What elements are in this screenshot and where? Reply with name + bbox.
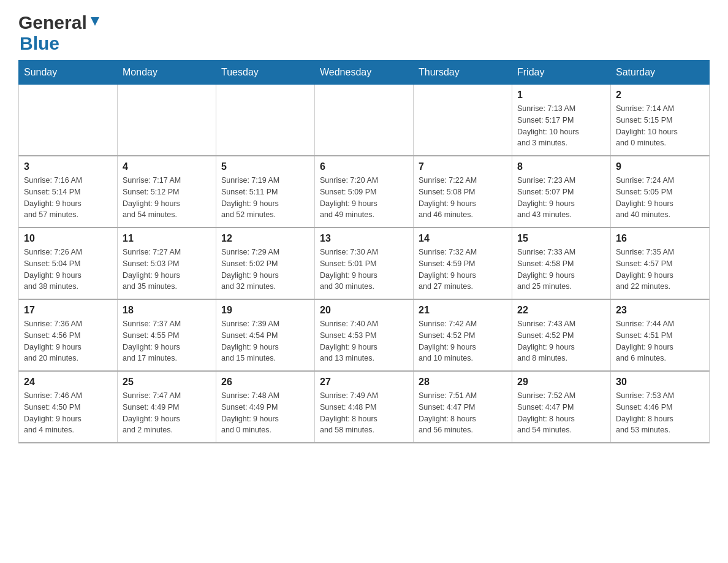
calendar-cell: 30Sunrise: 7:53 AM Sunset: 4:46 PM Dayli… [611, 371, 710, 443]
day-info: Sunrise: 7:27 AM Sunset: 5:03 PM Dayligh… [123, 247, 211, 293]
weekday-header-monday: Monday [118, 61, 216, 85]
logo-arrow-icon [88, 15, 102, 31]
calendar-cell: 7Sunrise: 7:22 AM Sunset: 5:08 PM Daylig… [414, 156, 512, 228]
weekday-header-sunday: Sunday [19, 61, 118, 85]
calendar-cell [216, 85, 315, 156]
calendar-cell [19, 85, 118, 156]
calendar-cell: 13Sunrise: 7:30 AM Sunset: 5:01 PM Dayli… [315, 228, 414, 299]
day-number: 14 [419, 233, 507, 244]
day-info: Sunrise: 7:26 AM Sunset: 5:04 PM Dayligh… [24, 247, 112, 293]
day-info: Sunrise: 7:37 AM Sunset: 4:55 PM Dayligh… [123, 318, 211, 364]
day-number: 23 [616, 305, 704, 316]
day-number: 16 [616, 233, 704, 244]
week-row-1: 3Sunrise: 7:16 AM Sunset: 5:14 PM Daylig… [19, 156, 710, 228]
day-info: Sunrise: 7:24 AM Sunset: 5:05 PM Dayligh… [616, 175, 704, 221]
calendar-cell: 26Sunrise: 7:48 AM Sunset: 4:49 PM Dayli… [216, 371, 315, 443]
day-info: Sunrise: 7:53 AM Sunset: 4:46 PM Dayligh… [616, 390, 704, 436]
day-number: 17 [24, 305, 112, 316]
day-number: 10 [24, 233, 112, 244]
day-info: Sunrise: 7:19 AM Sunset: 5:11 PM Dayligh… [221, 175, 309, 221]
day-info: Sunrise: 7:23 AM Sunset: 5:07 PM Dayligh… [517, 175, 605, 221]
calendar-cell: 8Sunrise: 7:23 AM Sunset: 5:07 PM Daylig… [512, 156, 611, 228]
day-number: 20 [320, 305, 408, 316]
day-info: Sunrise: 7:20 AM Sunset: 5:09 PM Dayligh… [320, 175, 408, 221]
day-info: Sunrise: 7:40 AM Sunset: 4:53 PM Dayligh… [320, 318, 408, 364]
day-number: 8 [517, 161, 605, 172]
day-info: Sunrise: 7:36 AM Sunset: 4:56 PM Dayligh… [24, 318, 112, 364]
calendar-cell: 16Sunrise: 7:35 AM Sunset: 4:57 PM Dayli… [611, 228, 710, 299]
calendar-cell [118, 85, 216, 156]
day-info: Sunrise: 7:44 AM Sunset: 4:51 PM Dayligh… [616, 318, 704, 364]
calendar-cell: 1Sunrise: 7:13 AM Sunset: 5:17 PM Daylig… [512, 85, 611, 156]
day-info: Sunrise: 7:29 AM Sunset: 5:02 PM Dayligh… [221, 247, 309, 293]
day-info: Sunrise: 7:16 AM Sunset: 5:14 PM Dayligh… [24, 175, 112, 221]
logo: General Blue [18, 12, 102, 54]
calendar-cell: 9Sunrise: 7:24 AM Sunset: 5:05 PM Daylig… [611, 156, 710, 228]
calendar-cell: 27Sunrise: 7:49 AM Sunset: 4:48 PM Dayli… [315, 371, 414, 443]
day-info: Sunrise: 7:32 AM Sunset: 4:59 PM Dayligh… [419, 247, 507, 293]
day-number: 13 [320, 233, 408, 244]
weekday-header-friday: Friday [512, 61, 611, 85]
day-number: 7 [419, 161, 507, 172]
day-info: Sunrise: 7:51 AM Sunset: 4:47 PM Dayligh… [419, 390, 507, 436]
day-info: Sunrise: 7:35 AM Sunset: 4:57 PM Dayligh… [616, 247, 704, 293]
day-number: 21 [419, 305, 507, 316]
weekday-header-tuesday: Tuesday [216, 61, 315, 85]
svg-marker-0 [91, 17, 99, 26]
day-number: 6 [320, 161, 408, 172]
day-info: Sunrise: 7:14 AM Sunset: 5:15 PM Dayligh… [616, 103, 704, 149]
day-info: Sunrise: 7:22 AM Sunset: 5:08 PM Dayligh… [419, 175, 507, 221]
calendar-cell: 4Sunrise: 7:17 AM Sunset: 5:12 PM Daylig… [118, 156, 216, 228]
day-number: 11 [123, 233, 211, 244]
week-row-0: 1Sunrise: 7:13 AM Sunset: 5:17 PM Daylig… [19, 85, 710, 156]
day-number: 1 [517, 90, 605, 101]
calendar-cell: 21Sunrise: 7:42 AM Sunset: 4:52 PM Dayli… [414, 299, 512, 371]
calendar-cell: 3Sunrise: 7:16 AM Sunset: 5:14 PM Daylig… [19, 156, 118, 228]
day-number: 27 [320, 377, 408, 388]
calendar-table: SundayMondayTuesdayWednesdayThursdayFrid… [18, 60, 710, 443]
day-number: 19 [221, 305, 309, 316]
week-row-4: 24Sunrise: 7:46 AM Sunset: 4:50 PM Dayli… [19, 371, 710, 443]
day-number: 18 [123, 305, 211, 316]
calendar-cell [414, 85, 512, 156]
weekday-header-row: SundayMondayTuesdayWednesdayThursdayFrid… [19, 61, 710, 85]
day-number: 12 [221, 233, 309, 244]
calendar-cell: 10Sunrise: 7:26 AM Sunset: 5:04 PM Dayli… [19, 228, 118, 299]
day-info: Sunrise: 7:52 AM Sunset: 4:47 PM Dayligh… [517, 390, 605, 436]
calendar-cell: 29Sunrise: 7:52 AM Sunset: 4:47 PM Dayli… [512, 371, 611, 443]
week-row-3: 17Sunrise: 7:36 AM Sunset: 4:56 PM Dayli… [19, 299, 710, 371]
day-info: Sunrise: 7:13 AM Sunset: 5:17 PM Dayligh… [517, 103, 605, 149]
day-number: 2 [616, 90, 704, 101]
day-info: Sunrise: 7:30 AM Sunset: 5:01 PM Dayligh… [320, 247, 408, 293]
calendar-cell: 25Sunrise: 7:47 AM Sunset: 4:49 PM Dayli… [118, 371, 216, 443]
day-number: 24 [24, 377, 112, 388]
day-number: 30 [616, 377, 704, 388]
calendar-cell: 14Sunrise: 7:32 AM Sunset: 4:59 PM Dayli… [414, 228, 512, 299]
logo-general-text: General [18, 12, 87, 33]
day-number: 4 [123, 161, 211, 172]
day-number: 15 [517, 233, 605, 244]
day-info: Sunrise: 7:33 AM Sunset: 4:58 PM Dayligh… [517, 247, 605, 293]
calendar-cell: 20Sunrise: 7:40 AM Sunset: 4:53 PM Dayli… [315, 299, 414, 371]
day-info: Sunrise: 7:43 AM Sunset: 4:52 PM Dayligh… [517, 318, 605, 364]
weekday-header-wednesday: Wednesday [315, 61, 414, 85]
calendar-cell: 19Sunrise: 7:39 AM Sunset: 4:54 PM Dayli… [216, 299, 315, 371]
calendar-cell: 12Sunrise: 7:29 AM Sunset: 5:02 PM Dayli… [216, 228, 315, 299]
day-info: Sunrise: 7:39 AM Sunset: 4:54 PM Dayligh… [221, 318, 309, 364]
calendar-cell: 6Sunrise: 7:20 AM Sunset: 5:09 PM Daylig… [315, 156, 414, 228]
day-number: 29 [517, 377, 605, 388]
day-info: Sunrise: 7:42 AM Sunset: 4:52 PM Dayligh… [419, 318, 507, 364]
day-info: Sunrise: 7:49 AM Sunset: 4:48 PM Dayligh… [320, 390, 408, 436]
day-number: 26 [221, 377, 309, 388]
day-number: 3 [24, 161, 112, 172]
calendar-cell: 5Sunrise: 7:19 AM Sunset: 5:11 PM Daylig… [216, 156, 315, 228]
day-info: Sunrise: 7:48 AM Sunset: 4:49 PM Dayligh… [221, 390, 309, 436]
day-info: Sunrise: 7:46 AM Sunset: 4:50 PM Dayligh… [24, 390, 112, 436]
calendar-cell: 18Sunrise: 7:37 AM Sunset: 4:55 PM Dayli… [118, 299, 216, 371]
day-number: 5 [221, 161, 309, 172]
calendar-cell: 17Sunrise: 7:36 AM Sunset: 4:56 PM Dayli… [19, 299, 118, 371]
day-info: Sunrise: 7:47 AM Sunset: 4:49 PM Dayligh… [123, 390, 211, 436]
day-number: 9 [616, 161, 704, 172]
calendar-cell: 23Sunrise: 7:44 AM Sunset: 4:51 PM Dayli… [611, 299, 710, 371]
week-row-2: 10Sunrise: 7:26 AM Sunset: 5:04 PM Dayli… [19, 228, 710, 299]
